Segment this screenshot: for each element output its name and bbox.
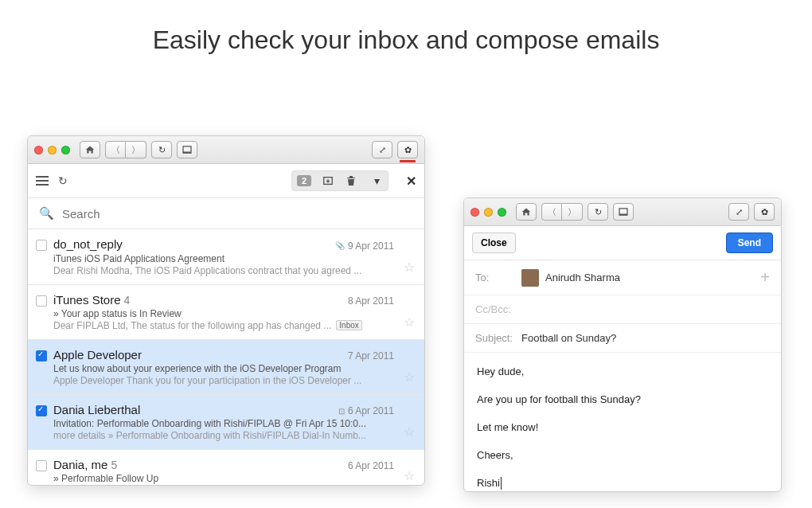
back-button[interactable]: 〈	[541, 203, 562, 221]
star-button[interactable]: ☆	[404, 260, 415, 275]
home-icon	[85, 145, 95, 154]
subject-label: Subject:	[475, 332, 515, 344]
inbox-window: 〈 〉 ↻ ⤢ ✿ ↻ 2 ▾ ✕ 🔍 do_not_reply📎9	[27, 135, 425, 486]
reload-icon: ↻	[158, 145, 166, 155]
dismiss-selection-button[interactable]: ✕	[406, 174, 416, 189]
message-subject: Invitation: Performable Onboarding with …	[53, 418, 394, 429]
message-row[interactable]: Dania Lieberthal⊡6 Apr 2011Invitation: P…	[28, 395, 424, 451]
selected-count-badge: 2	[297, 175, 311, 186]
star-button[interactable]: ☆	[404, 424, 415, 440]
delete-button[interactable]	[346, 175, 359, 186]
chevron-right-icon: 〉	[131, 144, 140, 156]
maximize-window-button[interactable]	[498, 208, 506, 217]
inbox-tag: Inbox	[336, 320, 361, 330]
fullscreen-button[interactable]: ⤢	[728, 203, 749, 221]
message-preview: Dear FIPLAB Ltd, The status for the foll…	[53, 320, 394, 331]
caret-down-icon: ▾	[374, 174, 380, 187]
message-date: 📎9 Apr 2011	[335, 240, 394, 252]
page-headline: Easily check your inbox and compose emai…	[0, 0, 812, 55]
message-row[interactable]: Apple Developer7 Apr 2011Let us know abo…	[28, 340, 424, 395]
to-label: To:	[475, 272, 515, 283]
traffic-lights	[34, 146, 70, 154]
chevron-right-icon: 〉	[568, 206, 576, 218]
recipient-avatar	[521, 269, 539, 287]
popout-icon	[619, 208, 628, 216]
send-button[interactable]: Send	[726, 233, 773, 253]
minimize-window-button[interactable]	[484, 208, 493, 217]
close-window-button[interactable]	[470, 208, 479, 217]
body-line: Hey dude,	[477, 365, 768, 379]
close-compose-button[interactable]: Close	[472, 233, 516, 253]
message-subject: Let us know about your experience with t…	[53, 363, 394, 374]
message-date: 6 Apr 2011	[348, 460, 394, 471]
gear-icon: ✿	[761, 207, 768, 217]
message-preview: Apple Developer Thank you for your parti…	[53, 375, 394, 386]
sender-name: Apple Developer	[53, 348, 142, 361]
svg-rect-4	[619, 214, 627, 216]
minimize-window-button[interactable]	[48, 146, 57, 154]
home-button[interactable]	[516, 203, 537, 221]
close-window-button[interactable]	[34, 146, 43, 154]
expand-icon: ⤢	[379, 145, 386, 155]
star-button[interactable]: ☆	[404, 315, 415, 330]
ccbcc-field-row[interactable]: Cc/Bcc:	[464, 295, 781, 324]
more-actions-button[interactable]: ▾	[370, 174, 383, 187]
menu-button[interactable]	[36, 176, 49, 186]
message-row[interactable]: Dania, me 56 Apr 2011» Performable Follo…	[28, 450, 424, 486]
compose-body[interactable]: Hey dude, Are you up for football this S…	[464, 353, 781, 492]
popout-button[interactable]	[613, 203, 634, 221]
message-checkbox[interactable]	[36, 240, 47, 251]
popout-icon	[182, 146, 192, 154]
star-button[interactable]: ☆	[404, 468, 415, 483]
message-date: 8 Apr 2011	[348, 295, 394, 307]
star-button[interactable]: ☆	[404, 369, 415, 385]
to-field-row[interactable]: To: Anirudh Sharma +	[464, 260, 781, 295]
add-recipient-button[interactable]: +	[760, 268, 770, 287]
popout-button[interactable]	[177, 141, 197, 158]
refresh-button[interactable]: ↻	[58, 174, 68, 187]
trash-icon	[346, 175, 356, 186]
sender-name: Dania, me	[53, 458, 107, 471]
message-date: 7 Apr 2011	[348, 350, 394, 361]
forward-button[interactable]: 〉	[126, 141, 146, 158]
maximize-window-button[interactable]	[61, 146, 70, 154]
inbox-header: ↻ 2 ▾ ✕	[28, 164, 424, 198]
gear-icon: ✿	[404, 145, 412, 155]
body-line: Let me know!	[477, 421, 768, 435]
settings-button[interactable]: ✿	[754, 203, 775, 221]
message-checkbox[interactable]	[36, 460, 47, 471]
svg-rect-1	[183, 152, 191, 154]
expand-icon: ⤢	[736, 207, 743, 217]
search-bar: 🔍	[28, 198, 424, 229]
message-subject: » Your app status is In Review	[53, 308, 394, 319]
close-icon: ✕	[406, 174, 416, 188]
message-date: ⊡6 Apr 2011	[338, 405, 394, 416]
archive-button[interactable]	[322, 175, 335, 186]
ccbcc-label: Cc/Bcc:	[475, 303, 515, 315]
calendar-icon: ⊡	[338, 407, 345, 416]
message-row[interactable]: do_not_reply📎9 Apr 2011iTunes iOS Paid A…	[28, 229, 424, 285]
subject-field-row[interactable]: Subject: Football on Sunday?	[464, 324, 781, 353]
thread-count: 4	[124, 294, 131, 307]
reload-button[interactable]: ↻	[588, 203, 608, 221]
message-row[interactable]: iTunes Store 48 Apr 2011» Your app statu…	[28, 285, 424, 340]
fullscreen-button[interactable]: ⤢	[372, 141, 392, 158]
message-checkbox[interactable]	[36, 405, 47, 416]
message-preview: Dear Rishi Modha, The iOS Paid Applicati…	[53, 265, 394, 276]
settings-button[interactable]: ✿	[397, 141, 418, 158]
message-checkbox[interactable]	[36, 350, 47, 361]
back-button[interactable]: 〈	[105, 141, 126, 158]
sender-name: iTunes Store	[53, 293, 121, 307]
forward-button[interactable]: 〉	[562, 203, 583, 221]
reload-button[interactable]: ↻	[151, 141, 172, 158]
chevron-left-icon: 〈	[111, 144, 120, 156]
message-checkbox[interactable]	[36, 295, 47, 307]
sender-name: do_not_reply	[53, 237, 123, 251]
inbox-titlebar: 〈 〉 ↻ ⤢ ✿	[28, 136, 424, 164]
archive-icon	[322, 175, 334, 186]
search-input[interactable]	[62, 207, 413, 221]
home-button[interactable]	[80, 141, 100, 158]
message-subject: » Performable Follow Up	[53, 473, 394, 484]
message-list: do_not_reply📎9 Apr 2011iTunes iOS Paid A…	[28, 229, 424, 486]
body-line: Cheers,	[477, 449, 768, 463]
